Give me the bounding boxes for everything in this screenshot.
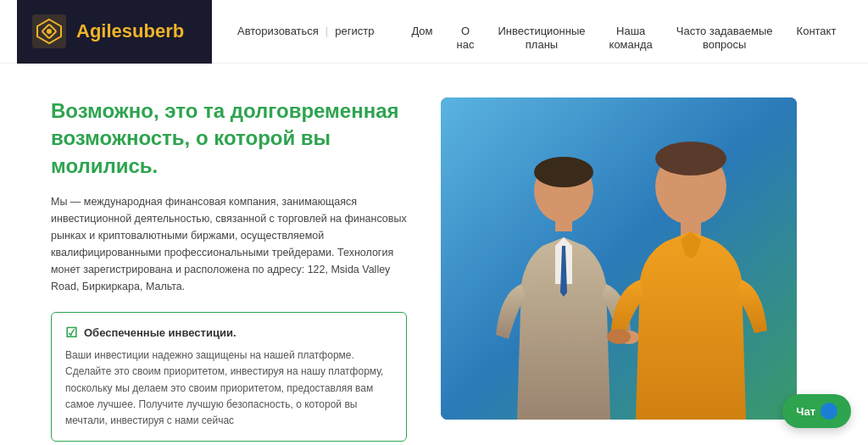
nav-item-plans[interactable]: Инвестиционные планы [486, 10, 597, 53]
logo-text: Agilesuberb [76, 20, 184, 42]
nav-item-home[interactable]: Дом [399, 25, 444, 39]
nav-item-team[interactable]: Наша команда [598, 10, 665, 53]
chat-icon [821, 403, 837, 420]
chat-button[interactable]: Чат [782, 394, 851, 428]
nav-item-contact[interactable]: Контакт [785, 25, 849, 39]
nav-item-about[interactable]: О нас [445, 10, 487, 53]
svg-point-10 [655, 142, 726, 175]
auth-links: Авторизоваться | регистр [237, 25, 374, 37]
chat-label: Чат [796, 405, 815, 418]
main-content: Возможно, это та долговременная возможно… [0, 64, 868, 445]
svg-point-6 [534, 157, 593, 187]
feature-box: ☑ Обеспеченные инвестиции. Ваши инвестиц… [51, 312, 407, 442]
left-column: Возможно, это та долговременная возможно… [51, 97, 407, 428]
navigation: Авторизоваться | регистр Дом О нас Инвес… [212, 10, 851, 53]
feature-title-row: ☑ Обеспеченные инвестиции. [65, 325, 392, 341]
people-illustration [441, 97, 797, 420]
feature-title-text: Обеспеченные инвестиции. [84, 326, 236, 339]
svg-rect-7 [555, 219, 572, 231]
header: Agilesuberb Авторизоваться | регистр Дом… [0, 0, 868, 64]
login-link[interactable]: Авторизоваться [237, 25, 319, 37]
logo-container[interactable]: Agilesuberb [17, 0, 212, 64]
hero-image [441, 97, 797, 420]
auth-divider: | [326, 25, 328, 37]
feature-description: Ваши инвестиции надежно защищены на наше… [65, 348, 392, 429]
right-column [441, 97, 797, 428]
svg-point-12 [607, 329, 631, 344]
main-headline: Возможно, это та долговременная возможно… [51, 97, 407, 180]
check-circle-icon: ☑ [65, 325, 77, 341]
register-link[interactable]: регистр [335, 25, 374, 37]
svg-point-3 [47, 29, 52, 34]
logo-icon [32, 14, 66, 48]
nav-item-faq[interactable]: Часто задаваемые вопросы [665, 10, 785, 53]
main-description: Мы — международная финансовая компания, … [51, 193, 407, 295]
